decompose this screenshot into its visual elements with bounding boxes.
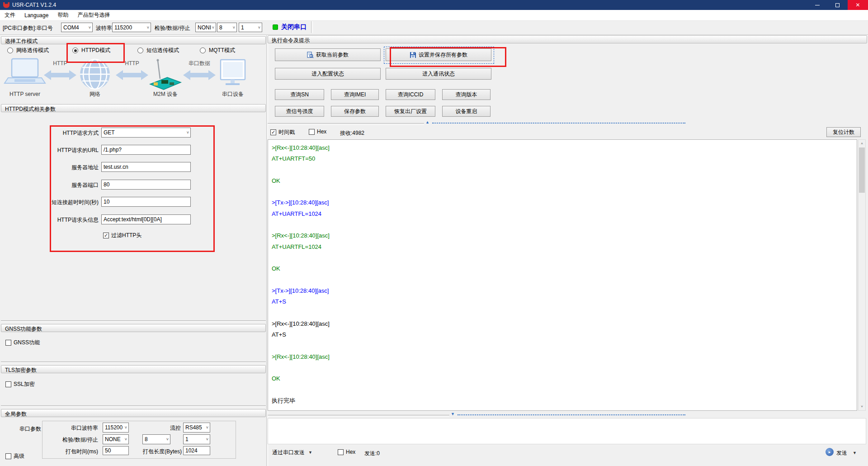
maximize-button[interactable]	[827, 0, 848, 10]
checkbox-icon	[309, 129, 315, 135]
menu-item-file[interactable]: 文件	[0, 10, 20, 20]
send-hex-checkbox[interactable]: Hex	[338, 449, 355, 455]
chevron-down-icon: ˅	[233, 25, 235, 30]
send-button[interactable]: 发送	[836, 449, 847, 457]
get-current-params-button[interactable]: 获取当前参数	[275, 48, 381, 61]
uart-stopbits-select[interactable]: 1˅	[183, 434, 210, 444]
log-panel[interactable]: >[Rx<-][10:28:40][asc]AT+UARTFT=50 OK >[…	[268, 139, 857, 411]
filter-http-header-checkbox[interactable]: 过滤HTTP头	[103, 232, 142, 239]
device-restart-button[interactable]: 设备重启	[442, 106, 491, 117]
server-address-input[interactable]: test.usr.cn	[101, 162, 191, 172]
pack-length-input[interactable]: 1024	[183, 446, 210, 455]
enter-comm-state-button[interactable]: 进入通讯状态	[386, 68, 491, 80]
port-open-indicator-icon	[273, 24, 278, 30]
advanced-checkbox[interactable]: 高级	[5, 452, 24, 460]
link-label: HTTP	[125, 60, 139, 67]
checkbox-icon	[270, 129, 276, 135]
splitter-handle[interactable]	[268, 415, 449, 417]
chevron-down-icon: ▼	[308, 450, 312, 455]
minimize-button[interactable]	[807, 0, 827, 10]
chevron-down-icon: ˅	[206, 425, 208, 430]
chevron-down-icon: ˅	[258, 25, 260, 30]
server-address-label: 服务器地址	[0, 164, 99, 171]
http-header-input[interactable]: Accept:text/html[0D][0A]	[101, 214, 191, 224]
splitter-handle[interactable]	[268, 123, 424, 125]
scroll-up-icon[interactable]: ˄	[859, 140, 865, 147]
query-signal-button[interactable]: 查信号强度	[275, 106, 324, 117]
uart-databits-select[interactable]: 8˅	[142, 434, 170, 444]
close-port-button[interactable]: 关闭串口	[281, 23, 307, 31]
node-label: 串口设备	[222, 91, 244, 97]
close-icon: ✕	[855, 2, 860, 8]
uart-baud-select[interactable]: 115200˅	[103, 423, 129, 433]
toolbar-divider	[311, 21, 313, 33]
chevron-down-icon: ˅	[125, 425, 127, 430]
com-port-select[interactable]: COM4˅	[61, 23, 93, 32]
flow-control-select[interactable]: RS485˅	[183, 423, 210, 433]
enter-config-state-button[interactable]: 进入配置状态	[275, 68, 381, 80]
ssl-enable-checkbox[interactable]: SSL加密	[5, 380, 35, 388]
query-iccid-button[interactable]: 查询ICCID	[386, 89, 435, 100]
query-sn-button[interactable]: 查询SN	[275, 89, 324, 100]
pc-serial-label: [PC串口参数]:串口号	[3, 24, 53, 32]
pack-time-input[interactable]: 50	[103, 446, 129, 455]
checkbox-icon	[5, 453, 11, 459]
log-vertical-scrollbar[interactable]: ˄ ˅	[858, 139, 866, 411]
parity-select[interactable]: NONI˅	[195, 23, 216, 32]
pack-length-label: 打包长度(Bytes)	[140, 448, 182, 456]
stopbits-select[interactable]: 1˅	[239, 23, 262, 32]
http-method-label: HTTP请求方式	[0, 129, 99, 137]
link-label: 串口数据	[189, 60, 210, 67]
query-imei-button[interactable]: 查询IMEI	[331, 89, 379, 100]
http-url-input[interactable]: /1.php?	[101, 145, 191, 155]
menu-item-language[interactable]: Language	[20, 10, 53, 20]
databits-select[interactable]: 8˅	[217, 23, 237, 32]
checkbox-icon	[5, 340, 11, 346]
send-mode-dropdown[interactable]: 通过串口发送 ▼	[272, 448, 312, 457]
send-input-area[interactable]	[268, 418, 866, 444]
node-label: M2M 设备	[153, 91, 178, 97]
chevron-down-icon[interactable]: ▼	[853, 451, 857, 455]
reset-count-button[interactable]: 复位计数	[826, 127, 861, 137]
gnss-enable-checkbox[interactable]: GNSS功能	[5, 339, 40, 347]
collapse-up-icon[interactable]: ▲	[425, 120, 429, 124]
splitter-dotted-line[interactable]	[432, 123, 685, 124]
uart-line-label: 检验/数据/停止	[45, 436, 98, 444]
checkbox-icon	[103, 233, 109, 238]
factory-reset-button[interactable]: 恢复出厂设置	[386, 106, 435, 117]
radio-mqtt-mode[interactable]: MQTT模式	[200, 47, 235, 54]
radio-net-passthrough-mode[interactable]: 网络透传模式	[7, 47, 49, 54]
radio-sms-passthrough-mode[interactable]: 短信透传模式	[137, 47, 179, 54]
scrollbar-thumb[interactable]	[859, 147, 865, 193]
menu-item-product-model[interactable]: 产品型号选择	[73, 10, 114, 20]
collapse-down-icon[interactable]: ▼	[451, 412, 455, 416]
server-port-label: 服务器端口	[0, 181, 99, 189]
uart-parity-select[interactable]: NONE˅	[103, 434, 129, 444]
baud-select[interactable]: 115200˅	[112, 23, 151, 32]
splitter-dotted-line[interactable]	[458, 414, 685, 415]
log-output: >[Rx<-][10:28:40][asc]AT+UARTFT=50 OK >[…	[268, 140, 857, 406]
radio-httpd-mode[interactable]: HTTPD模式	[72, 47, 110, 54]
laptop-icon	[5, 59, 45, 83]
scroll-down-icon[interactable]: ˅	[859, 403, 865, 410]
httpd-params-header: HTTPD模式相关参数	[1, 104, 266, 112]
window-title: USR-CAT1 V1.2.4	[12, 2, 56, 8]
set-save-all-params-button[interactable]: 设置并保存所有参数	[386, 48, 491, 61]
menu-item-help[interactable]: 帮助	[53, 10, 73, 20]
mode-diagram: HTTP HTTP 串口数据 HTTP server 网络 M2M 设备 串口设…	[1, 57, 266, 99]
short-conn-timeout-input[interactable]: 10	[101, 197, 191, 207]
timestamp-checkbox[interactable]: 时间戳	[270, 128, 295, 136]
chevron-down-icon: ˅	[206, 437, 208, 442]
rx-hex-checkbox[interactable]: Hex	[309, 128, 326, 135]
server-port-input[interactable]: 80	[101, 180, 191, 190]
radio-icon	[137, 48, 143, 53]
send-icon[interactable]: ▸	[826, 448, 834, 456]
save-params-button[interactable]: 保存参数	[331, 106, 379, 117]
close-button[interactable]: ✕	[848, 0, 868, 10]
http-method-select[interactable]: GET˅	[101, 128, 191, 138]
app-logo-icon	[3, 2, 9, 8]
query-version-button[interactable]: 查询版本	[442, 89, 491, 100]
section-groove	[1, 320, 266, 322]
http-header-label: HTTP请求头信息	[0, 216, 99, 224]
sent-count: 发送:0	[364, 450, 380, 457]
